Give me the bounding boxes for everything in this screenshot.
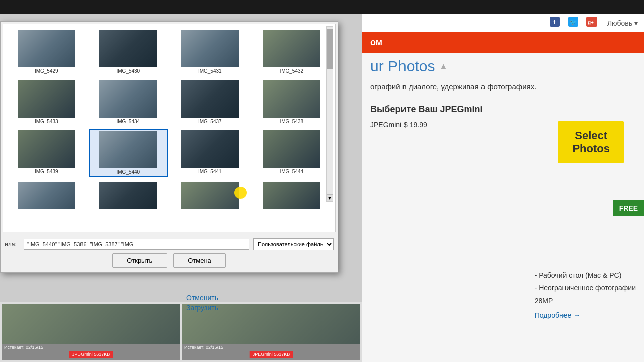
top-bar — [0, 0, 644, 14]
dialog-thumb-img5434[interactable]: IMG_5434 — [89, 78, 168, 126]
free-badge: FREE — [613, 200, 644, 216]
upload-heading: ur Photos — [370, 58, 435, 75]
filetype-select[interactable]: Пользовательские файлы — [253, 238, 334, 250]
dialog-thumb-img5433[interactable]: IMG_5433 — [7, 78, 86, 126]
dialog-bottom: ила: Пользовательские файлы Открыть Отме… — [1, 234, 338, 272]
dialog-thumb-img5429[interactable]: IMG_5429 — [7, 28, 86, 75]
dialog-thumb-img-5432 — [263, 30, 320, 67]
dialog-thumb-img5430[interactable]: IMG_5430 — [89, 28, 168, 75]
dialog-thumb-img5440[interactable]: IMG_5440 — [89, 129, 168, 177]
dialog-thumb-label-5438: IMG_5438 — [280, 119, 303, 124]
bottom-thumb-meta-2: Истекает: 02/15/15 — [184, 345, 223, 350]
dialog-thumb-label-5431: IMG_5431 — [198, 68, 222, 74]
love-label[interactable]: Любовь ▾ — [607, 19, 638, 27]
dialog-thumb-img-5444 — [263, 130, 320, 168]
scrollbar-down-arrow[interactable]: ▼ — [327, 194, 333, 201]
orange-banner-text: ом — [370, 37, 382, 47]
upload-heading-container: ur Photos ▲ — [362, 53, 644, 75]
select-photos-button[interactable]: Select Photos — [558, 121, 624, 163]
dialog-thumb-img-5433 — [18, 80, 75, 118]
dialog-thumb-label-5441: IMG_5441 — [198, 169, 222, 174]
dialog-thumb-img-5438 — [263, 80, 320, 118]
dialog-thumb-img5439[interactable]: IMG_5439 — [7, 129, 86, 177]
dialog-thumb-label-5437: IMG_5437 — [198, 119, 222, 124]
dialog-thumb-label-5434: IMG_5434 — [116, 119, 140, 124]
dialog-thumb-label-5444: IMG_5444 — [280, 169, 303, 174]
dialog-thumb-img-5446 — [99, 182, 157, 209]
dialog-thumb-img5438[interactable]: IMG_5438 — [253, 78, 332, 126]
dialog-thumb-img-5429 — [18, 30, 75, 67]
dialog-thumb-label-5433: IMG_5433 — [35, 119, 58, 124]
twitter-icon[interactable]: 🐦 — [568, 17, 578, 29]
dialog-thumb-img5445[interactable] — [7, 180, 86, 212]
facebook-icon[interactable]: f — [550, 17, 560, 29]
dialog-thumb-img-5440 — [99, 131, 157, 168]
dialog-thumb-label-5440: IMG_5440 — [116, 169, 140, 175]
dialog-thumb-img5447[interactable] — [171, 180, 250, 212]
dialog-thumb-img-5448 — [263, 182, 320, 209]
svg-text:g+: g+ — [588, 20, 594, 25]
bottom-thumb-badge-2: JPEGmini 5617KB — [250, 351, 293, 358]
main-area: Истекает: 02/15/15 JPEGmini 5617KB Истек… — [0, 14, 362, 362]
bottom-thumb-2: Истекает: 02/15/15 JPEGmini 5617KB — [182, 304, 360, 360]
feature-1: - Рабочий стол (Mac & PC) — [535, 269, 636, 282]
dialog-thumb-img-5430 — [99, 30, 157, 67]
cancel-button[interactable]: Отмена — [173, 253, 226, 268]
dialog-thumb-img-5447 — [181, 182, 239, 209]
filename-input[interactable] — [24, 239, 249, 250]
promo-price-label: JPEGmini $ 19.99 — [370, 121, 427, 129]
right-panel-header: f 🐦 g+ Любовь ▾ — [362, 14, 644, 32]
instructions-content: ографий в диалоге, удерживая а фотографи… — [370, 82, 536, 91]
bottom-thumb-meta-1: Истекает: 02/15/15 — [4, 345, 43, 350]
dialog-thumb-img5431[interactable]: IMG_5431 — [171, 28, 250, 75]
dialog-thumb-img-5445 — [18, 182, 75, 209]
dialog-thumb-label-5432: IMG_5432 — [280, 68, 303, 74]
dialog-thumb-img5444[interactable]: IMG_5444 — [253, 129, 332, 177]
more-link[interactable]: Подробнее → — [535, 309, 636, 322]
dialog-thumb-img-5431 — [181, 30, 239, 67]
dialog-thumb-img-5434 — [99, 80, 157, 118]
dialog-thumb-img5432[interactable]: IMG_5432 — [253, 28, 332, 75]
features-list: - Рабочий стол (Mac & PC) - Неограниченн… — [535, 269, 636, 322]
dialog-thumb-img5448[interactable] — [253, 180, 332, 212]
upload-heading-icon: ▲ — [439, 61, 448, 72]
orange-banner: ом — [362, 32, 644, 53]
dialog-thumb-img5441[interactable]: IMG_5441 — [171, 129, 250, 177]
dialog-thumb-label-5439: IMG_5439 — [35, 169, 58, 174]
instructions-text: ографий в диалоге, удерживая а фотографи… — [362, 75, 644, 99]
dialog-filename-row: ила: Пользовательские файлы — [5, 238, 334, 250]
svg-text:🐦: 🐦 — [570, 19, 577, 26]
bottom-thumb-badge-1: JPEGmini 5617KB — [69, 351, 113, 358]
dialog-thumb-img5437[interactable]: IMG_5437 — [171, 78, 250, 126]
dialog-scrollbar[interactable]: ▼ — [326, 26, 333, 202]
dialog-links: Отменить Загрузить — [186, 294, 218, 312]
dialog-thumb-label-5429: IMG_5429 — [35, 68, 58, 74]
dialog-thumb-label-5430: IMG_5430 — [116, 68, 140, 74]
bottom-thumb-1: Истекает: 02/15/15 JPEGmini 5617KB — [2, 304, 180, 360]
right-panel: f 🐦 g+ Любовь ▾ ом ur Photos ▲ ографий в… — [362, 14, 644, 362]
feature-3: 28MP — [535, 295, 636, 307]
file-open-dialog: IMG_5429 IMG_5430 IMG_5431 IMG_5432 IMG_… — [0, 21, 338, 273]
bottom-thumb-img-1 — [2, 304, 180, 344]
svg-text:f: f — [553, 18, 556, 26]
dialog-thumb-img5446[interactable] — [89, 180, 168, 212]
dialog-thumb-img-5441 — [181, 130, 239, 168]
bottom-strip: Истекает: 02/15/15 JPEGmini 5617KB Истек… — [0, 302, 362, 362]
open-button[interactable]: Открыть — [112, 253, 167, 268]
social-icons: f 🐦 g+ — [550, 17, 597, 29]
dialog-buttons-row: Открыть Отмена — [5, 253, 334, 268]
scrollbar-thumb — [327, 29, 333, 69]
upload-link[interactable]: Загрузить — [186, 304, 218, 312]
dialog-content: IMG_5429 IMG_5430 IMG_5431 IMG_5432 IMG_… — [3, 24, 336, 232]
feature-2: - Неограниченное фотографии — [535, 282, 636, 294]
dialog-thumb-img-5439 — [18, 130, 75, 168]
jpegmini-subheading: Выберите Ваш JPEGmini — [362, 99, 644, 117]
filename-label: ила: — [5, 241, 20, 248]
dialog-thumb-img-5437 — [181, 80, 239, 118]
googleplus-icon[interactable]: g+ — [586, 17, 597, 29]
cancel-link[interactable]: Отменить — [186, 294, 218, 302]
